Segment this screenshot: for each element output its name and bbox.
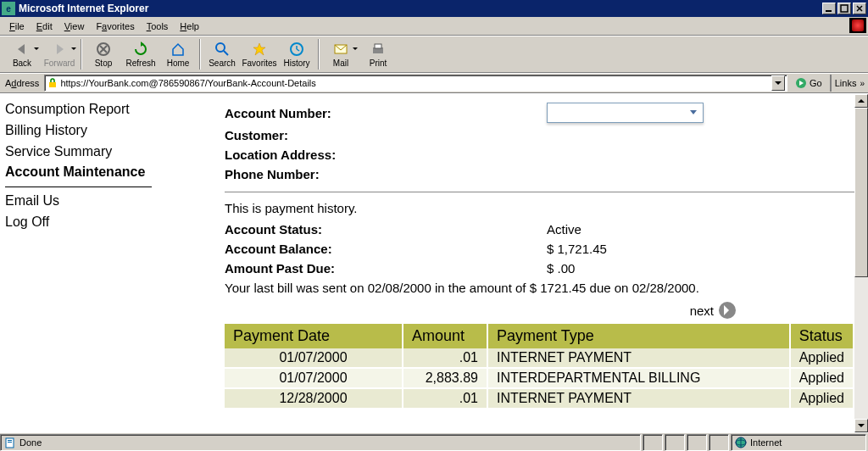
page-content: Consumption Report Billing History Servi…: [0, 94, 854, 432]
svg-rect-17: [6, 438, 14, 448]
account-status-label: Account Status:: [225, 222, 547, 237]
location-address-label: Location Address:: [225, 148, 547, 162]
col-payment-date: Payment Date: [225, 324, 403, 348]
menu-bar: File Edit View Favorites Tools Help: [0, 17, 868, 36]
svg-rect-0: [826, 10, 832, 12]
sidebar-item-logoff[interactable]: Log Off: [5, 212, 152, 233]
main-toolbar: Back Forward Stop Refresh Home Search Fa…: [0, 36, 868, 73]
address-input[interactable]: https://YourBank.com@786590867/YourBank-…: [44, 75, 787, 92]
phone-label: Phone Number:: [225, 167, 547, 181]
account-number-dropdown[interactable]: [547, 103, 704, 123]
close-button[interactable]: [853, 3, 866, 14]
url-text: https://YourBank.com@786590867/YourBank-…: [60, 78, 771, 88]
col-amount: Amount: [403, 324, 487, 348]
toolbar-separator: [318, 39, 320, 70]
page-icon: [4, 437, 16, 448]
col-payment-type: Payment Type: [487, 324, 790, 348]
main-panel: Account Number: Customer: Location Addre…: [157, 94, 854, 432]
maximize-button[interactable]: [837, 3, 851, 14]
status-cell: [643, 434, 663, 451]
table-row: 12/28/2000 .01 INTERNET PAYMENT Applied: [225, 388, 854, 409]
status-done-cell: Done: [0, 434, 641, 451]
menu-file[interactable]: File: [3, 19, 31, 33]
forward-arrow-icon: [51, 41, 68, 58]
security-zone-cell: Internet: [731, 434, 866, 451]
amount-past-due-label: Amount Past Due:: [225, 261, 547, 276]
search-button[interactable]: Search: [203, 37, 241, 71]
history-icon: [288, 41, 305, 58]
scroll-up-button[interactable]: [854, 94, 868, 108]
title-bar: e Microsoft Internet Explorer: [0, 0, 868, 17]
history-button[interactable]: History: [278, 37, 315, 71]
status-bar: Done Internet: [0, 432, 868, 451]
address-dropdown-button[interactable]: [771, 75, 785, 91]
status-text: Done: [19, 437, 42, 448]
home-button[interactable]: Home: [159, 37, 197, 71]
toolbar-separator: [81, 39, 82, 70]
svg-line-8: [224, 51, 228, 55]
stop-icon: [95, 41, 112, 58]
home-icon: [170, 41, 186, 58]
svg-point-7: [216, 43, 225, 52]
last-bill-note: Your last bill was sent on 02/08/2000 in…: [225, 281, 854, 295]
mail-button[interactable]: Mail: [322, 37, 359, 71]
sidebar-item-account-maintenance[interactable]: Account Maintenance: [5, 162, 152, 187]
sidebar-nav: Consumption Report Billing History Servi…: [0, 94, 157, 432]
stop-button[interactable]: Stop: [85, 37, 122, 71]
chevron-down-icon: [686, 105, 701, 120]
back-button[interactable]: Back: [3, 37, 41, 71]
amount-past-due-value: $ .00: [547, 261, 575, 276]
toolbar-separator: [199, 39, 201, 70]
svg-line-11: [297, 49, 299, 51]
svg-rect-18: [8, 440, 12, 441]
col-status: Status: [790, 324, 854, 348]
sidebar-item-consumption[interactable]: Consumption Report: [5, 99, 152, 120]
throbber-icon: [849, 18, 866, 33]
menu-view[interactable]: View: [58, 19, 91, 33]
svg-rect-15: [49, 82, 56, 87]
svg-rect-1: [841, 5, 848, 12]
customer-label: Customer:: [225, 128, 547, 142]
menu-help[interactable]: Help: [174, 19, 205, 33]
links-button[interactable]: Links: [830, 75, 868, 92]
account-balance-label: Account Balance:: [225, 242, 547, 256]
minimize-button[interactable]: [822, 3, 836, 14]
favorites-icon: [251, 41, 268, 58]
favorites-button[interactable]: Favorites: [241, 37, 278, 71]
window-title: Microsoft Internet Explorer: [19, 3, 822, 14]
scroll-down-button[interactable]: [854, 419, 868, 432]
divider: [225, 192, 854, 192]
account-number-label: Account Number:: [225, 106, 547, 120]
sidebar-item-service[interactable]: Service Summary: [5, 142, 152, 163]
zone-text: Internet: [750, 437, 782, 448]
search-icon: [214, 41, 231, 58]
status-cell: [709, 434, 729, 451]
print-button[interactable]: Print: [359, 37, 397, 71]
payments-table: Payment Date Amount Payment Type Status …: [225, 324, 854, 409]
menu-favorites[interactable]: Favorites: [90, 19, 140, 33]
next-arrow-icon[interactable]: [719, 302, 736, 319]
print-icon: [370, 41, 387, 58]
scroll-thumb[interactable]: [854, 108, 868, 277]
go-button[interactable]: Go: [791, 75, 826, 92]
ie-app-icon: e: [2, 2, 15, 15]
history-note: This is payment history.: [225, 201, 854, 215]
account-balance-value: $ 1,721.45: [547, 242, 607, 256]
next-link[interactable]: next: [690, 303, 714, 318]
mail-icon: [332, 41, 349, 58]
back-arrow-icon: [14, 41, 31, 58]
table-row: 01/07/2000 .01 INTERNET PAYMENT Applied: [225, 348, 854, 368]
account-status-value: Active: [547, 222, 581, 237]
globe-icon: [735, 437, 747, 448]
refresh-button[interactable]: Refresh: [122, 37, 159, 71]
status-cell: [687, 434, 707, 451]
sidebar-item-email[interactable]: Email Us: [5, 191, 152, 212]
svg-rect-14: [375, 44, 381, 48]
forward-button[interactable]: Forward: [41, 37, 78, 71]
menu-edit[interactable]: Edit: [31, 19, 58, 33]
vertical-scrollbar[interactable]: [854, 94, 868, 432]
table-row: 01/07/2000 2,883.89 INTERDEPARTMENTAL BI…: [225, 368, 854, 388]
sidebar-item-billing[interactable]: Billing History: [5, 120, 152, 142]
lock-icon: [47, 77, 58, 89]
menu-tools[interactable]: Tools: [141, 19, 175, 33]
